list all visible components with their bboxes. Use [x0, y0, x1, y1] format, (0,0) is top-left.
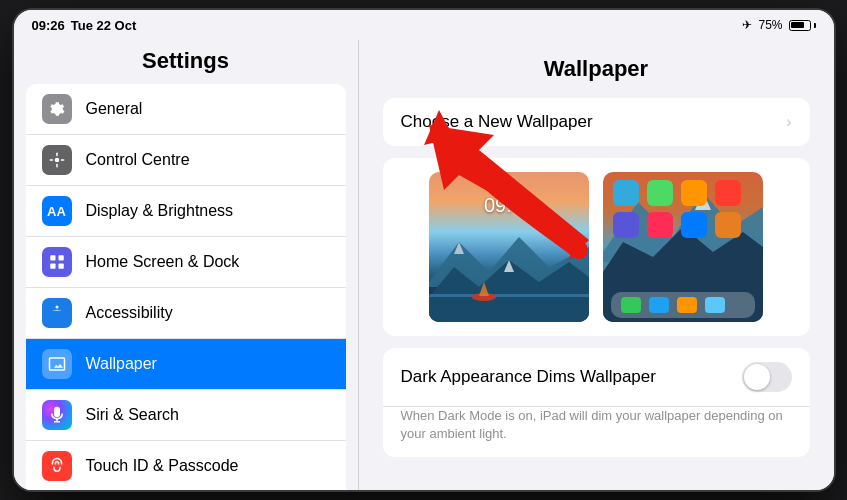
sidebar-item-wallpaper[interactable]: Wallpaper	[26, 339, 346, 390]
svg-rect-26	[613, 212, 639, 238]
svg-rect-24	[681, 180, 707, 206]
dark-appearance-toggle[interactable]	[742, 362, 792, 392]
svg-rect-3	[49, 159, 53, 161]
control-centre-icon	[42, 145, 72, 175]
svg-point-9	[55, 306, 58, 309]
main-content: Settings General Control Centre	[14, 40, 834, 490]
svg-rect-1	[56, 153, 58, 157]
sidebar-item-siri-search[interactable]: Siri & Search	[26, 390, 346, 441]
general-label: General	[86, 100, 143, 118]
mountain-svg-lock	[429, 222, 589, 322]
svg-rect-5	[50, 255, 55, 260]
sidebar-item-touch-id[interactable]: Touch ID & Passcode	[26, 441, 346, 490]
display-brightness-label: Display & Brightness	[86, 202, 234, 220]
choose-wallpaper-card[interactable]: Choose a New Wallpaper ›	[383, 98, 810, 146]
dark-appearance-card: Dark Appearance Dims Wallpaper When Dark…	[383, 348, 810, 457]
touch-id-label: Touch ID & Passcode	[86, 457, 239, 475]
status-left: 09:26 Tue 22 Oct	[32, 18, 137, 33]
svg-rect-22	[613, 180, 639, 206]
date: Tue 22 Oct	[71, 18, 137, 33]
sidebar-title: Settings	[14, 40, 358, 84]
svg-rect-15	[429, 294, 589, 297]
home-screen-preview[interactable]	[603, 172, 763, 322]
siri-icon	[42, 400, 72, 430]
svg-rect-25	[715, 180, 741, 206]
airplane-icon: ✈	[742, 18, 752, 32]
accessibility-icon	[42, 298, 72, 328]
dark-appearance-row: Dark Appearance Dims Wallpaper	[383, 348, 810, 407]
svg-rect-4	[60, 159, 64, 161]
status-right: ✈ 75%	[742, 18, 815, 32]
lock-time: 09:41	[429, 194, 589, 217]
svg-rect-29	[715, 212, 741, 238]
display-brightness-icon: AA	[42, 196, 72, 226]
wallpaper-icon	[42, 349, 72, 379]
svg-rect-28	[681, 212, 707, 238]
detail-title: Wallpaper	[383, 56, 810, 82]
svg-point-0	[54, 158, 59, 163]
battery-percent: 75%	[758, 18, 782, 32]
ipad-frame: 09:26 Tue 22 Oct ✈ 75% Settings	[14, 10, 834, 490]
sidebar: Settings General Control Centre	[14, 40, 359, 490]
status-bar: 09:26 Tue 22 Oct ✈ 75%	[14, 10, 834, 40]
dark-appearance-note: When Dark Mode is on, iPad will dim your…	[383, 407, 810, 457]
touch-id-icon	[42, 451, 72, 481]
general-icon	[42, 94, 72, 124]
siri-label: Siri & Search	[86, 406, 179, 424]
svg-rect-23	[647, 180, 673, 206]
svg-rect-31	[621, 297, 641, 313]
sidebar-item-general[interactable]: General	[26, 84, 346, 135]
sidebar-item-accessibility[interactable]: Accessibility	[26, 288, 346, 339]
control-centre-label: Control Centre	[86, 151, 190, 169]
toggle-knob	[744, 364, 770, 390]
choose-wallpaper-label: Choose a New Wallpaper	[401, 112, 593, 132]
home-screen-icon	[42, 247, 72, 277]
accessibility-label: Accessibility	[86, 304, 173, 322]
svg-rect-6	[58, 255, 63, 260]
svg-rect-32	[649, 297, 669, 313]
svg-rect-2	[56, 164, 58, 168]
dark-appearance-label: Dark Appearance Dims Wallpaper	[401, 367, 656, 387]
lock-bg: 09:41	[429, 172, 589, 322]
wallpaper-label: Wallpaper	[86, 355, 157, 373]
detail-panel: Wallpaper Choose a New Wallpaper › 09:41	[359, 40, 834, 490]
svg-rect-8	[58, 264, 63, 269]
sidebar-item-control-centre[interactable]: Control Centre	[26, 135, 346, 186]
lock-screen-preview[interactable]: 09:41	[429, 172, 589, 322]
home-screen-label: Home Screen & Dock	[86, 253, 240, 271]
wallpaper-preview-card: 09:41	[383, 158, 810, 336]
wallpaper-previews: 09:41	[383, 158, 810, 336]
choose-wallpaper-row[interactable]: Choose a New Wallpaper ›	[383, 98, 810, 146]
sidebar-item-home-screen[interactable]: Home Screen & Dock	[26, 237, 346, 288]
svg-rect-34	[705, 297, 725, 313]
svg-rect-27	[647, 212, 673, 238]
svg-rect-33	[677, 297, 697, 313]
home-bg-svg	[603, 172, 763, 322]
home-bg	[603, 172, 763, 322]
chevron-icon: ›	[786, 113, 791, 131]
svg-rect-7	[50, 264, 55, 269]
sidebar-item-display-brightness[interactable]: AA Display & Brightness	[26, 186, 346, 237]
time: 09:26	[32, 18, 65, 33]
battery-indicator	[789, 20, 816, 31]
sidebar-list: General Control Centre AA Display & Brig…	[14, 84, 358, 490]
